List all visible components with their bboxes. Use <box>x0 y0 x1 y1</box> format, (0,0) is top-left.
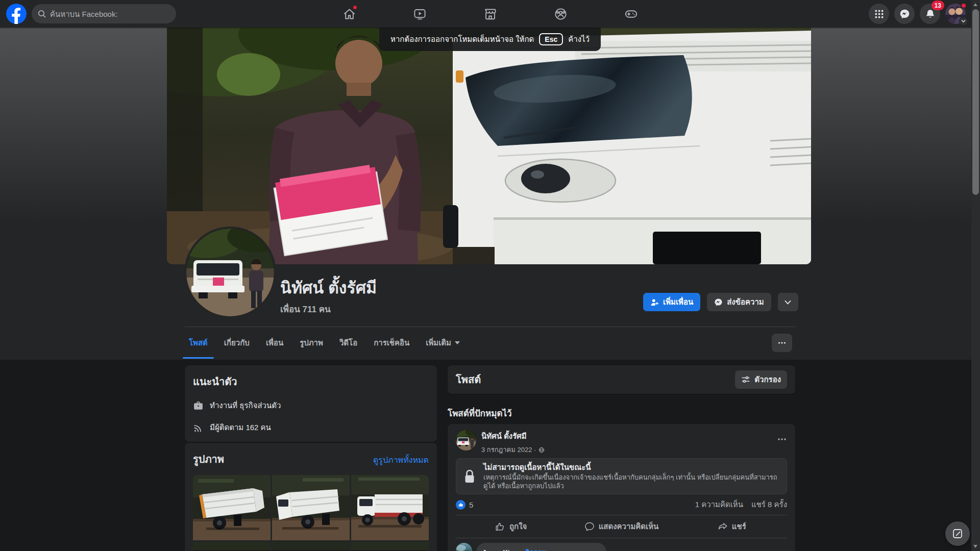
commenter-name[interactable]: Janya King <box>482 548 518 551</box>
profile-tabs: โพสต์ เกี่ยวกับ เพื่อน รูปภาพ วิดีโอ การ… <box>181 327 468 359</box>
feed-header-card: โพสต์ ตัวกรอง <box>448 365 795 394</box>
esc-key-label: Esc <box>539 33 563 45</box>
intro-card: แนะนำตัว ทำงานที่ ธุรกิจส่วนตัว มีผู้ติด… <box>185 365 437 442</box>
send-message-button[interactable]: ส่งข้อความ <box>707 293 771 311</box>
scrollbar-up-arrow[interactable] <box>973 3 977 6</box>
like-count-group[interactable]: 5 <box>456 500 473 510</box>
see-all-photos-link[interactable]: ดูรูปภาพทั้งหมด <box>373 454 429 466</box>
messenger-button[interactable] <box>894 4 915 24</box>
briefcase-icon <box>193 400 204 411</box>
toast-text-before: หากต้องการออกจากโหมดเต็มหน้าจอ ให้กด <box>390 33 534 45</box>
like-count: 5 <box>469 500 473 509</box>
comment-share-counts: 1 ความคิดเห็น แชร์ 8 ครั้ง <box>695 498 787 511</box>
share-button[interactable]: แชร์ <box>677 516 787 537</box>
photo-thumbnail[interactable] <box>272 542 350 551</box>
tab-checkins[interactable]: การเช็คอิน <box>365 327 418 359</box>
photo-thumbnail[interactable] <box>351 542 429 551</box>
post-date[interactable]: 3 กรกฎาคม 2022 · <box>481 444 536 455</box>
bell-icon <box>925 9 936 19</box>
comment-count[interactable]: 1 ความคิดเห็น <box>695 498 743 511</box>
scrollbar-down-arrow[interactable] <box>973 545 977 548</box>
photos-card: รูปภาพ ดูรูปภาพทั้งหมด <box>185 443 437 551</box>
tab-photos[interactable]: รูปภาพ <box>291 327 331 359</box>
tab-about[interactable]: เกี่ยวกับ <box>216 327 258 359</box>
page-scrollbar[interactable] <box>971 0 980 551</box>
photo-thumbnail[interactable] <box>351 475 429 540</box>
post-header: นิทัศน์ ตั้งรัศมี 3 กรกฎาคม 2022 · <box>448 424 795 455</box>
groups-icon <box>554 7 568 21</box>
profile-name: นิทัศน์ ตั้งรัศมี <box>280 274 377 300</box>
compose-button[interactable] <box>945 521 970 546</box>
comment-row: Janya King · ติดตาม <box>448 538 795 551</box>
profile-notification-dot <box>961 3 967 9</box>
person-plus-icon <box>650 298 659 307</box>
tab-posts[interactable]: โพสต์ <box>181 327 216 359</box>
post-meta: 3 กรกฎาคม 2022 · <box>481 444 545 455</box>
profile-menu-button[interactable] <box>945 4 966 24</box>
intro-work-text: ทำงานที่ ธุรกิจส่วนตัว <box>210 399 281 412</box>
post-divider <box>456 515 787 515</box>
nav-groups-tab[interactable] <box>525 0 596 28</box>
more-actions-button[interactable] <box>778 293 798 311</box>
commenter-avatar[interactable] <box>456 543 472 551</box>
photo-thumbnail[interactable] <box>272 475 350 540</box>
search-bar[interactable] <box>32 4 176 23</box>
messenger-icon <box>899 9 910 19</box>
apps-menu-button[interactable] <box>869 4 889 24</box>
ellipsis-icon <box>777 338 787 347</box>
tab-more[interactable]: เพิ่มเติม <box>418 327 468 359</box>
comment-button[interactable]: แสดงความคิดเห็น <box>566 516 676 537</box>
followers-rss-icon <box>193 422 204 433</box>
nav-marketplace-tab[interactable] <box>455 0 525 28</box>
nav-home-tab[interactable] <box>314 0 384 28</box>
comment-button-label: แสดงความคิดเห็น <box>599 520 659 533</box>
toast-text-after: ค้างไว้ <box>568 33 590 45</box>
feed-filter-button[interactable]: ตัวกรอง <box>735 370 787 389</box>
content-unavailable-box: ไม่สามารถดูเนื้อหานี้ได้ในขณะนี้ เหตุการ… <box>456 458 787 494</box>
fullscreen-exit-toast: หากต้องการออกจากโหมดเต็มหน้าจอ ให้กด Esc… <box>379 28 601 51</box>
post-author-name[interactable]: นิทัศน์ ตั้งรัศมี <box>481 430 545 442</box>
chevron-down-icon <box>783 298 792 307</box>
share-arrow-icon <box>718 521 728 532</box>
comment-bubble-icon <box>584 521 595 532</box>
facebook-logo[interactable] <box>6 4 27 24</box>
post-menu-button[interactable] <box>777 434 787 446</box>
intro-followers-text: มีผู้ติดตาม 162 คน <box>210 421 271 434</box>
home-notification-dot <box>352 5 358 10</box>
cover-photo-art <box>167 28 811 264</box>
intro-followers-row: มีผู้ติดตาม 162 คน <box>193 421 429 434</box>
search-input[interactable] <box>50 10 162 18</box>
intro-work-row: ทำงานที่ ธุรกิจส่วนตัว <box>193 399 429 412</box>
profile-picture[interactable] <box>186 229 274 316</box>
friends-count[interactable]: เพื่อน 711 คน <box>280 302 331 316</box>
notifications-button[interactable]: 13 <box>920 4 940 24</box>
share-count[interactable]: แชร์ 8 ครั้ง <box>751 498 787 511</box>
search-icon <box>38 10 46 18</box>
nav-watch-tab[interactable] <box>384 0 455 28</box>
scrollbar-thumb[interactable] <box>972 9 979 195</box>
top-navigation-bar: 13 <box>0 0 980 28</box>
tab-videos[interactable]: วิดีโอ <box>331 327 365 359</box>
add-friend-button[interactable]: เพิ่มเพื่อน <box>643 293 700 311</box>
tabs-overflow-button[interactable] <box>772 334 792 352</box>
profile-action-buttons: เพิ่มเพื่อน ส่งข้อความ <box>643 293 798 311</box>
intro-title: แนะนำตัว <box>193 373 429 390</box>
comment-separator: · <box>520 548 522 551</box>
chevron-down-icon <box>455 341 460 344</box>
photos-title: รูปภาพ <box>193 451 224 467</box>
tab-friends[interactable]: เพื่อน <box>258 327 291 359</box>
like-button[interactable]: ถูกใจ <box>456 516 566 537</box>
nav-gaming-tab[interactable] <box>596 0 666 28</box>
cover-photo[interactable] <box>167 28 811 264</box>
add-friend-label: เพิ่มเพื่อน <box>663 296 693 308</box>
profile-chevron-icon <box>959 17 968 26</box>
feed-title: โพสต์ <box>456 371 481 388</box>
photo-thumbnail[interactable] <box>193 475 271 540</box>
follow-link[interactable]: ติดตาม <box>525 547 546 551</box>
photo-thumbnail[interactable] <box>193 542 271 551</box>
like-reaction-icon <box>456 500 465 510</box>
share-button-label: แชร์ <box>732 520 746 533</box>
post-author-avatar[interactable] <box>456 430 476 450</box>
post-action-bar: ถูกใจ แสดงความคิดเห็น แชร์ <box>456 516 787 537</box>
like-button-label: ถูกใจ <box>509 520 527 533</box>
